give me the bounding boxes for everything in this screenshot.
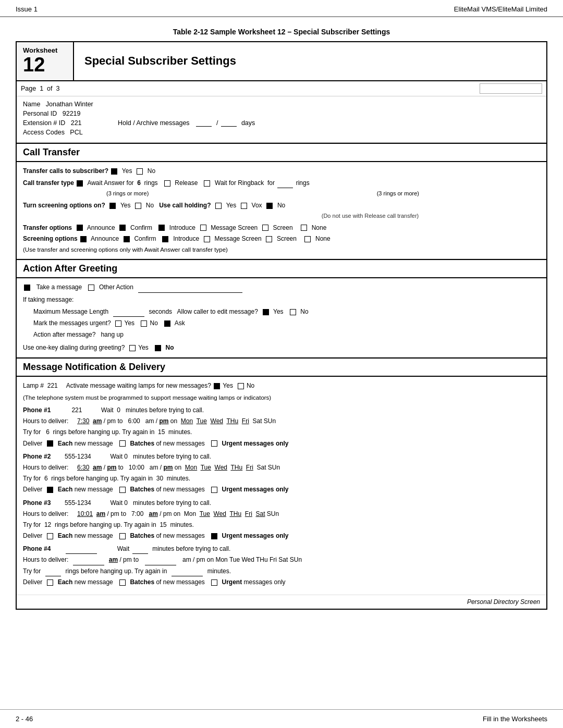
one-key-no-checkbox [155,345,161,351]
worksheet-title-box: Special Subscriber Settings [74,42,546,80]
lamp-label: Lamp # [23,382,44,389]
name-value: Jonathan Winter [46,101,93,108]
none-label: None [312,224,327,231]
vox-label: Vox [252,202,262,209]
mark-urgent-label: Mark the messages urgent? [33,319,111,327]
call-transfer-type-row: Call transfer type Await Answer for 6 ri… [23,178,540,188]
transfer-question-row: Transfer calls to subscriber? Yes No [23,166,540,176]
screening-options-row: Screening options Announce Confirm Intro… [23,234,540,244]
to-confirm-checkbox [119,225,126,231]
action-after-row: Action after message? hang up [33,330,540,340]
page-box-right [480,83,542,94]
personal-id-label: Personal ID [23,110,57,117]
phone3-hours-row: Hours to deliver: 10:01 am / pm to 7:00 … [23,509,540,519]
screening-options-label: Screening options [23,235,78,242]
phone1-mon: Mon [181,417,193,425]
if-taking-label: If taking message: [23,296,74,303]
phone3-deliver-row: Deliver Each new message Batches of new … [23,531,540,541]
so-screen-checkbox [266,236,272,242]
no-label: No [148,167,155,175]
phone4-urgent-checkbox [211,579,217,586]
call-transfer-content: Transfer calls to subscriber? Yes No Cal… [17,162,546,260]
phone1-am-pm: am [93,417,102,425]
max-length-blank [113,316,144,317]
holding-no-checkbox [266,203,273,209]
rings-for-blank [277,188,293,188]
lamp-value: 221 [47,382,58,389]
personal-id-row: Personal ID 92219 [23,110,540,117]
phone1-try-row: Try for 6 rings before hanging up. Try a… [23,427,540,437]
page-info: Page 1 of 3 [21,85,59,92]
to-none-checkbox [301,225,307,231]
phone3-try-row: Try for 12 rings before hanging up. Try … [23,520,540,530]
page-info-row: Page 1 of 3 [17,81,546,96]
phone1-to: 6:00 [128,417,140,425]
phone1-hours-row: Hours to deliver: 7:30 am / pm to 6:00 a… [23,416,540,426]
so-msg-screen-checkbox [204,236,210,242]
phone2-hours-row: Hours to deliver: 6:30 am / pm to 10:00 … [23,463,540,473]
phone1-row1: Phone #1 221 Wait 0 minutes before tryin… [23,405,540,415]
phone2-to: 10:00 [129,464,144,471]
transfer-yes-checkbox [111,168,117,175]
rings-note2: (3 rings or more) [377,189,419,199]
subscriber-info: Name Jonathan Winter Personal ID 92219 E… [17,96,546,143]
rings-notes-row: (3 rings or more) (3 rings or more) [106,189,419,199]
phone1-wait: 0 [117,406,120,414]
footer-note-text: Personal Directory Screen [467,598,540,606]
phone4-try-row: Try for rings before hanging up. Try aga… [23,566,540,576]
phone1-wed: Wed [211,417,223,425]
phone1-urgent-label: Urgent messages only [222,440,289,447]
page-header: Issue 1 EliteMail VMS/EliteMail Limited [0,0,563,17]
access-value: PCL [70,129,82,136]
so-msg-screen-label: Message Screen [215,235,262,242]
phone1-batches-label: Batches [130,440,154,447]
if-taking-row: If taking message: [23,295,540,305]
so-screen-label: Screen [277,235,297,242]
table-title: Table 2-12 Sample Worksheet 12 – Special… [16,28,547,36]
phone4-label: Phone #4 [23,545,51,552]
mark-no-checkbox [141,320,147,327]
hold-label: Hold / Archive messages [118,119,190,127]
worksheet-header: Worksheet 12 Special Subscriber Settings [17,42,546,81]
phone3-urgent-checkbox [211,533,217,539]
footer-right: Fill in the Worksheets [483,715,547,723]
activate-lamps-label: Activate message waiting lamps for new m… [66,382,211,389]
other-action-label: Other Action [99,283,133,291]
so-confirm-checkbox [124,236,130,242]
to-msg-screen-checkbox [200,225,206,231]
announce-label: Announce [87,224,115,231]
ask-label: Ask [175,319,185,327]
rings-value: 6 [137,179,141,187]
phone1-batches-checkbox [119,440,126,447]
phone1-try-again: 15 [158,428,165,436]
name-row: Name Jonathan Winter [23,101,540,108]
mark-urgent-row: Mark the messages urgent? Yes No Ask [33,318,540,328]
to-introduce-checkbox [158,225,165,231]
phone3-batches-checkbox [119,533,126,539]
so-introduce-checkbox [162,236,168,242]
header-right: EliteMail VMS/EliteMail Limited [454,5,547,13]
await-answer-label: Await Answer for [87,179,133,187]
release-label: Release [175,179,198,187]
so-announce-label: Announce [91,235,119,242]
wait-ringback-label: Wait for Ringback [215,179,264,187]
phone2-try-row: Try for 6 rings before hanging up. Try a… [23,474,540,484]
yes-label: Yes [122,167,132,175]
vox-checkbox [241,203,247,209]
extension-row: Extension # ID 221 Hold / Archive messag… [23,119,540,127]
notification-title: Message Notification & Delivery [23,362,540,373]
lamp-note: (The telephone system must be programmed… [23,393,540,402]
phone1-tue: Tue [197,417,207,425]
transfer-no-checkbox [137,168,143,175]
worksheet-label: Worksheet [23,46,67,54]
one-key-label: Use one-key dialing during greeting? [23,344,125,351]
rings-label: rings [144,179,158,187]
action-header: Action After Greeting [17,259,546,278]
phone2-wait: 0 [124,453,128,460]
action-after-label: Action after message? [33,331,95,338]
action-title: Action After Greeting [23,263,540,274]
lamp-no-checkbox [238,383,244,389]
phone3-number: 555-1234 [65,499,91,507]
one-key-row: Use one-key dialing during greeting? Yes… [23,343,540,353]
screening-on-label: Turn screening options on? [23,202,105,209]
